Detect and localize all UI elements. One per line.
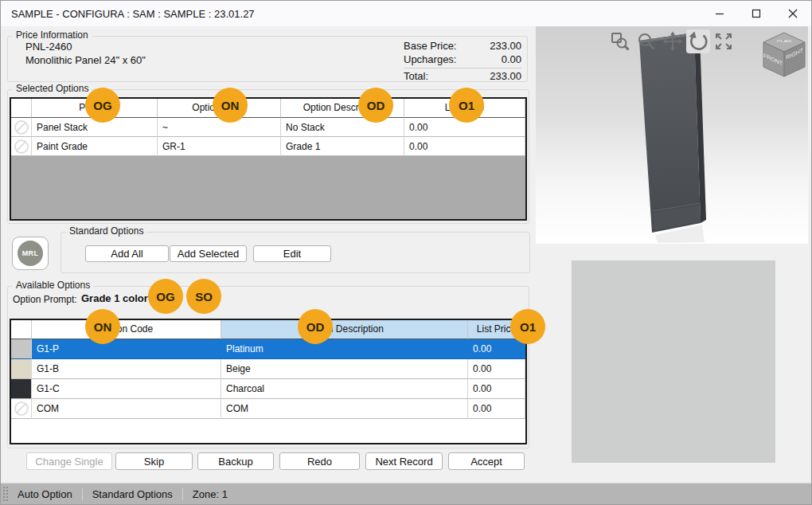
total-row: Total: 233.00 <box>404 68 521 83</box>
redo-button[interactable]: Redo <box>279 452 360 470</box>
callout-badge-o1: O1 <box>449 88 484 123</box>
price-summary: Base Price: 233.00 Upcharges: 0.00 Total… <box>404 39 521 83</box>
cell-list-price: 0.00 <box>468 359 525 379</box>
zoom-button[interactable] <box>634 29 658 53</box>
base-price-label: Base Price: <box>404 39 456 53</box>
minimize-button[interactable] <box>701 1 738 26</box>
cell-option-code: COM <box>32 399 221 419</box>
maximize-button[interactable] <box>738 1 775 26</box>
3d-viewport[interactable]: PLAN FRONT RIGHT <box>536 26 808 244</box>
close-button[interactable] <box>775 1 811 26</box>
base-price-value: 233.00 <box>490 39 521 53</box>
pan-icon <box>662 31 683 52</box>
minimize-icon <box>715 9 724 18</box>
callout-badge-od: OD <box>358 88 393 123</box>
cell-prompt: Paint Grade <box>32 137 158 156</box>
cell-option-code: G1-C <box>32 379 221 399</box>
total-label: Total: <box>404 69 428 83</box>
table-row[interactable]: Paint Grade GR-1 Grade 1 0.00 <box>11 137 525 156</box>
skip-button[interactable]: Skip <box>115 452 193 470</box>
cell-list-price: 0.00 <box>468 379 525 399</box>
add-all-button[interactable]: Add All <box>85 245 169 262</box>
option-prompt-label: Option Prompt: <box>13 294 77 305</box>
mrl-logo-button[interactable]: MRL <box>12 237 49 270</box>
header-cell-option-code: Option Code <box>32 320 221 339</box>
cell-list-price: 0.00 <box>468 339 525 359</box>
cell-option-code: GR-1 <box>158 137 281 156</box>
price-information-group: Price Information PNL-2460 Monolithic Pa… <box>7 36 528 82</box>
upcharges-row: Upcharges: 0.00 <box>404 53 521 66</box>
status-bar: Auto Option Standard Options Zone: 1 <box>1 483 811 504</box>
view-cube[interactable]: PLAN FRONT RIGHT <box>760 31 808 80</box>
zoom-region-icon <box>610 31 630 52</box>
option-prompt-value: Grade 1 color <box>81 292 148 304</box>
status-item-zone: Zone: 1 <box>193 488 228 500</box>
part-description: Monolithic Panel 24" x 60" <box>25 54 146 66</box>
add-selected-button[interactable]: Add Selected <box>170 245 247 262</box>
app-window: SAMPLE - CONFIGURA : SAM : SAMPLE : 23.0… <box>0 0 812 505</box>
fit-view-icon <box>714 32 733 51</box>
total-value: 233.00 <box>490 69 521 83</box>
no-image-icon <box>14 139 29 154</box>
upcharges-label: Upcharges: <box>404 53 456 66</box>
rotate-button[interactable] <box>686 29 710 53</box>
title-bar: SAMPLE - CONFIGURA : SAM : SAMPLE : 23.0… <box>1 1 811 26</box>
change-single-button[interactable]: Change Single <box>26 452 112 470</box>
backup-button[interactable]: Backup <box>197 452 274 470</box>
cell-option-code: ~ <box>158 118 281 137</box>
cell-option-description: Grade 1 <box>281 137 404 156</box>
callout-badge-og: OG <box>85 88 120 123</box>
table-empty-area <box>11 419 525 443</box>
maximize-icon <box>751 9 761 18</box>
callout-badge-og: OG <box>148 279 183 314</box>
callout-badge-od: OD <box>298 309 333 344</box>
zoom-region-button[interactable] <box>608 29 632 53</box>
cell-option-description: Platinum <box>221 339 468 359</box>
table-empty-area <box>11 156 525 219</box>
table-row[interactable]: G1-B Beige 0.00 <box>11 359 525 379</box>
window-controls <box>701 1 811 26</box>
cell-option-description: Charcoal <box>221 379 468 399</box>
base-price-row: Base Price: 233.00 <box>404 39 521 53</box>
fit-view-button[interactable] <box>712 29 736 53</box>
callout-badge-on: ON <box>213 88 248 123</box>
table-row[interactable]: Panel Stack ~ No Stack 0.00 <box>11 118 525 137</box>
upcharges-value: 0.00 <box>502 53 521 66</box>
header-cell-option-description: Option Description <box>221 320 468 339</box>
next-record-button[interactable]: Next Record <box>365 452 443 470</box>
part-number: PNL-2460 <box>25 41 72 53</box>
grip-icon <box>2 486 8 502</box>
cell-option-description: No Stack <box>281 118 404 137</box>
callout-badge-on: ON <box>85 309 120 344</box>
status-separator <box>182 488 183 500</box>
selected-options-label: Selected Options <box>13 83 92 94</box>
table-row[interactable]: G1-C Charcoal 0.00 <box>11 379 525 399</box>
no-image-icon <box>14 401 29 416</box>
cell-option-description: COM <box>221 399 468 419</box>
cell-option-code: G1-B <box>32 359 221 379</box>
row-image-cell <box>11 399 32 419</box>
zoom-icon <box>637 32 656 51</box>
available-options-label: Available Options <box>13 280 93 291</box>
callout-badge-o1: O1 <box>510 309 545 344</box>
no-image-icon <box>14 120 29 135</box>
price-information-label: Price Information <box>13 29 92 41</box>
table-row[interactable]: G1-P Platinum 0.00 <box>11 339 525 359</box>
callout-badge-so: SO <box>186 279 221 314</box>
accept-button[interactable]: Accept <box>448 452 525 470</box>
header-cell-blank <box>11 320 32 339</box>
cell-option-description: Beige <box>221 359 468 379</box>
standard-options-group: Standard Options Add All Add Selected Ed… <box>61 232 530 273</box>
view-cube-top-label: PLAN <box>777 39 791 42</box>
table-row[interactable]: COM COM 0.00 <box>11 399 525 419</box>
color-swatch <box>11 379 32 399</box>
window-title: SAMPLE - CONFIGURA : SAM : SAMPLE : 23.0… <box>11 8 255 20</box>
pan-button[interactable] <box>661 29 685 53</box>
edit-button[interactable]: Edit <box>253 245 331 262</box>
available-options-group: Available Options Option Prompt: Grade 1… <box>7 286 529 448</box>
available-options-table: Option Code Option Description List Pric… <box>10 319 527 444</box>
color-swatch <box>11 359 32 379</box>
standard-options-label: Standard Options <box>66 225 146 237</box>
preview-placeholder <box>572 260 775 463</box>
status-item-standard-options: Standard Options <box>92 488 173 500</box>
